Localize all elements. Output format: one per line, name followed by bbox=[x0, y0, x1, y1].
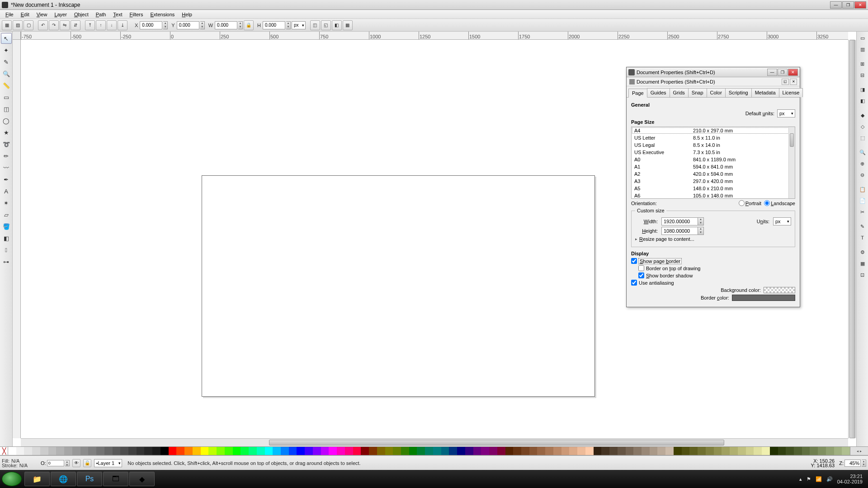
snap-button-17[interactable]: 📋 bbox=[858, 184, 868, 194]
color-swatch[interactable] bbox=[665, 447, 674, 455]
size-row-us-legal[interactable]: US Legal8.5 x 14.0 in bbox=[632, 141, 795, 149]
bordercolor-swatch[interactable] bbox=[732, 295, 795, 301]
tool-bezier[interactable]: 〰 bbox=[1, 162, 12, 173]
dialog-titlebar[interactable]: Document Properties (Shift+Ctrl+D) — ❐ ✕ bbox=[627, 67, 800, 77]
taskbar-inkscape[interactable]: ◆ bbox=[129, 472, 155, 486]
snap-button-26[interactable]: ⊡ bbox=[858, 270, 868, 280]
snap-button-6[interactable]: ◨ bbox=[858, 84, 868, 94]
x-input[interactable] bbox=[140, 21, 162, 29]
menu-layer[interactable]: Layer bbox=[51, 11, 71, 18]
ruler-vertical[interactable] bbox=[13, 40, 21, 438]
menu-view[interactable]: View bbox=[33, 11, 51, 18]
x-spinner[interactable]: ▲▼ bbox=[163, 21, 168, 29]
y-spinner[interactable]: ▲▼ bbox=[200, 21, 205, 29]
color-swatch[interactable] bbox=[834, 447, 842, 455]
color-swatch[interactable] bbox=[169, 447, 177, 455]
layer-visibility-button[interactable]: 👁 bbox=[72, 459, 80, 467]
select-all-button[interactable]: ▨ bbox=[13, 20, 23, 30]
tool-text[interactable]: A bbox=[1, 186, 12, 197]
color-swatch[interactable] bbox=[385, 447, 393, 455]
color-swatch[interactable] bbox=[297, 447, 305, 455]
dock-close-button[interactable]: ✕ bbox=[790, 79, 797, 85]
h-spinner[interactable]: ▲▼ bbox=[286, 21, 291, 29]
tool-ellipse[interactable]: ◯ bbox=[1, 115, 12, 126]
raise-button[interactable]: ↑ bbox=[96, 20, 106, 30]
color-swatch[interactable] bbox=[144, 447, 152, 455]
snap-button-0[interactable]: ▭ bbox=[858, 33, 868, 43]
lower-bottom-button[interactable]: ⤓ bbox=[118, 20, 127, 30]
height-spinner[interactable]: ▲▼ bbox=[698, 227, 704, 235]
color-swatch[interactable] bbox=[265, 447, 273, 455]
color-swatch[interactable] bbox=[698, 447, 706, 455]
zoom-value[interactable]: 45% bbox=[844, 460, 861, 467]
color-swatch[interactable] bbox=[80, 447, 89, 455]
color-swatch[interactable] bbox=[553, 447, 561, 455]
color-swatch[interactable] bbox=[762, 447, 770, 455]
color-swatch[interactable] bbox=[329, 447, 337, 455]
ruler-horizontal[interactable]: -750-500-2500250500750100012501500175020… bbox=[21, 32, 848, 40]
color-swatch[interactable] bbox=[802, 447, 810, 455]
w-spinner[interactable]: ▲▼ bbox=[238, 21, 243, 29]
color-swatch[interactable] bbox=[401, 447, 409, 455]
tool-spray[interactable]: ✶ bbox=[1, 197, 12, 208]
color-swatch[interactable] bbox=[208, 447, 217, 455]
tool-3dbox[interactable]: ◫ bbox=[1, 103, 12, 114]
color-swatch[interactable] bbox=[513, 447, 521, 455]
menu-path[interactable]: Path bbox=[92, 11, 110, 18]
color-swatch[interactable] bbox=[345, 447, 353, 455]
color-swatch[interactable] bbox=[585, 447, 594, 455]
color-swatch[interactable] bbox=[618, 447, 626, 455]
flip-h-button[interactable]: ⇋ bbox=[60, 20, 70, 30]
color-swatch[interactable] bbox=[561, 447, 570, 455]
color-swatch[interactable] bbox=[778, 447, 786, 455]
select-all-layers-button[interactable]: ▦ bbox=[2, 20, 12, 30]
color-swatch[interactable] bbox=[377, 447, 385, 455]
color-swatch[interactable] bbox=[249, 447, 257, 455]
color-swatch[interactable] bbox=[241, 447, 249, 455]
color-swatch[interactable] bbox=[56, 447, 64, 455]
color-swatch[interactable] bbox=[577, 447, 585, 455]
layer-lock-button[interactable]: 🔓 bbox=[83, 459, 91, 467]
tray-network-icon[interactable]: 📶 bbox=[816, 476, 822, 482]
color-swatch[interactable] bbox=[441, 447, 449, 455]
snap-button-7[interactable]: ◧ bbox=[858, 96, 868, 106]
snap-button-13[interactable]: 🔍 bbox=[858, 147, 868, 157]
taskbar-chrome[interactable]: 🌐 bbox=[51, 472, 76, 486]
snap-button-11[interactable]: ⬚ bbox=[858, 133, 868, 143]
color-swatch[interactable] bbox=[120, 447, 128, 455]
close-button[interactable]: ✕ bbox=[854, 1, 866, 9]
affect-gradient-button[interactable]: ◧ bbox=[332, 20, 342, 30]
dialog-maximize-button[interactable]: ❐ bbox=[778, 69, 788, 76]
color-swatch[interactable] bbox=[88, 447, 96, 455]
tray-flag-icon[interactable]: ⚑ bbox=[807, 476, 811, 482]
tab-grids[interactable]: Grids bbox=[670, 88, 689, 97]
taskbar-photoshop[interactable]: Ps bbox=[77, 472, 102, 486]
lock-wh-button[interactable]: 🔒 bbox=[244, 20, 254, 30]
size-list-scrollbar[interactable] bbox=[788, 127, 795, 198]
rotate-cw-button[interactable]: ↷ bbox=[49, 20, 59, 30]
page-size-list[interactable]: A4210.0 x 297.0 mmUS Letter8.5 x 11.0 in… bbox=[631, 127, 795, 199]
dock-detach-button[interactable]: ◱ bbox=[782, 79, 789, 85]
color-swatch[interactable] bbox=[489, 447, 497, 455]
color-swatch[interactable] bbox=[609, 447, 618, 455]
color-swatch[interactable] bbox=[257, 447, 265, 455]
color-swatch[interactable] bbox=[722, 447, 730, 455]
dialog-close-button[interactable]: ✕ bbox=[788, 69, 798, 76]
size-row-a4[interactable]: A4210.0 x 297.0 mm bbox=[632, 127, 795, 134]
color-swatch[interactable] bbox=[674, 447, 682, 455]
deselect-button[interactable]: ▢ bbox=[24, 20, 33, 30]
color-swatch[interactable] bbox=[457, 447, 465, 455]
color-swatch[interactable] bbox=[746, 447, 754, 455]
snap-button-19[interactable]: ✂ bbox=[858, 207, 868, 217]
color-swatch[interactable] bbox=[32, 447, 40, 455]
tab-guides[interactable]: Guides bbox=[647, 88, 670, 97]
palette-scroll[interactable]: ◂ ▸ bbox=[850, 447, 868, 455]
flip-v-button[interactable]: ⇵ bbox=[71, 20, 80, 30]
color-swatch[interactable] bbox=[650, 447, 658, 455]
snap-button-3[interactable]: ⊞ bbox=[858, 59, 868, 69]
color-swatch[interactable] bbox=[16, 447, 24, 455]
menu-edit[interactable]: Edit bbox=[17, 11, 33, 18]
color-swatch[interactable] bbox=[353, 447, 361, 455]
color-swatch[interactable] bbox=[754, 447, 762, 455]
color-swatch[interactable] bbox=[537, 447, 545, 455]
